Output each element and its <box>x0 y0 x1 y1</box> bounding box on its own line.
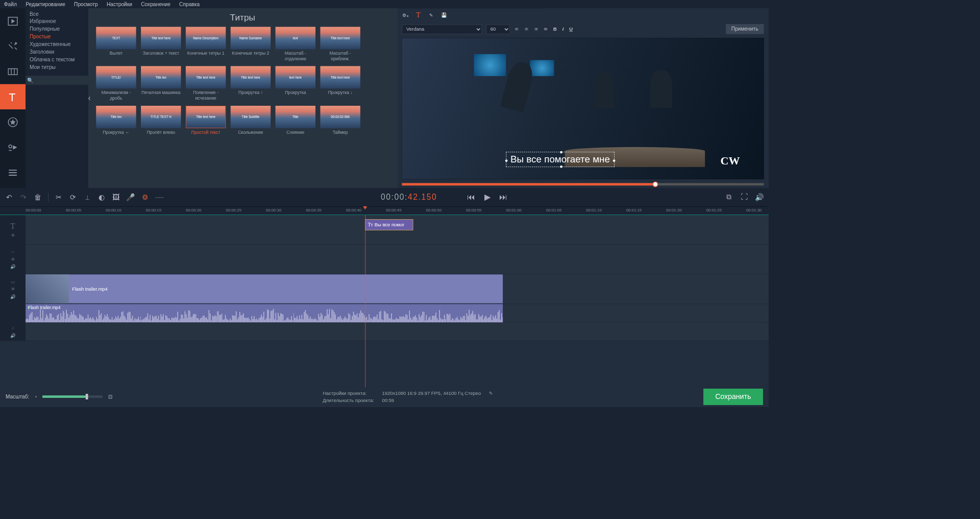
title-preset[interactable]: TITLE TEXT HПролёт влево <box>141 106 181 135</box>
menu-edit[interactable]: Редактирование <box>26 1 65 7</box>
video-track-body[interactable]: Flash trailer.mp4 <box>26 274 769 303</box>
volume-icon[interactable]: 🔊 <box>755 193 764 201</box>
clip-props-icon[interactable]: ⚙ₒ <box>402 12 409 18</box>
audio-clip[interactable]: ★ Flash trailer.mp4 <box>26 304 503 322</box>
chroma-icon[interactable]: 🖼 <box>112 193 120 201</box>
filters-tab[interactable] <box>0 34 26 59</box>
color-icon[interactable]: ✎ <box>428 12 435 18</box>
title-preset[interactable]: textМасштаб - отдаление <box>276 27 315 62</box>
prev-icon[interactable]: ⏮ <box>467 192 475 202</box>
proj-edit-icon[interactable]: ✎ <box>489 390 493 396</box>
title-track-body[interactable]: TтВы все помог <box>26 215 769 244</box>
category-Заголовки[interactable]: Заголовки <box>26 48 88 56</box>
audio-track-body[interactable] <box>26 322 769 340</box>
title-preset[interactable]: Title text hereМасштаб - приближ. <box>320 27 360 62</box>
font-family-select[interactable]: Verdana <box>402 24 482 34</box>
bold-button[interactable]: B <box>552 26 557 32</box>
titles-gallery: ‹ Титры TEXTВылетTitle text hereЗаголово… <box>88 8 397 187</box>
zoom-slider[interactable] <box>42 395 103 398</box>
mute-icon[interactable]: 🔊 <box>10 333 16 338</box>
overlay-track-body[interactable] <box>26 245 769 274</box>
video-clip[interactable]: Flash trailer.mp4 <box>26 274 503 303</box>
linked-audio-body[interactable]: ★ Flash trailer.mp4 <box>26 304 769 322</box>
play-icon[interactable]: ▶ <box>483 192 492 202</box>
title-preset[interactable]: Title SubtitleСкольжение <box>231 106 271 135</box>
title-preset[interactable]: Name SurnameКонечные титры 2 <box>231 27 271 62</box>
visibility-icon[interactable]: 👁 <box>11 233 15 238</box>
apply-button[interactable]: Применить <box>726 24 764 34</box>
title-clip[interactable]: TтВы все помог <box>365 219 413 230</box>
zoom-out-icon[interactable]: ▫ <box>35 394 37 400</box>
title-preset[interactable]: Title text hereПоявление - исчезание <box>186 66 226 101</box>
popout-icon[interactable]: ⧉ <box>725 193 733 201</box>
color-adjust-icon[interactable]: ◐ <box>97 193 106 201</box>
preview-progress[interactable] <box>402 183 764 185</box>
title-preset[interactable]: Title texПечатная машинка <box>141 66 181 101</box>
title-preset[interactable]: Title text hereПрокрутка ↑ <box>231 66 271 101</box>
stickers-tab[interactable] <box>0 109 26 134</box>
timeline: T👁 TтВы все помог ▫▫👁🔊 ▭👁🔊 Flash trailer… <box>0 215 769 387</box>
category-Художественные[interactable]: Художественные <box>26 40 88 48</box>
title-overlay[interactable]: Вы все помогаете мне <box>506 152 614 167</box>
title-preset[interactable]: text hereПрокрутка <box>276 66 315 101</box>
text-edit-icon[interactable]: T <box>415 11 422 19</box>
delete-icon[interactable]: 🗑 <box>34 193 42 201</box>
title-preset[interactable]: 00:00:02:986Таймер <box>320 106 360 135</box>
font-size-select[interactable]: 60 <box>486 24 510 34</box>
title-preset[interactable]: TitleСлияние <box>276 106 315 135</box>
menu-save[interactable]: Сохранение <box>141 1 170 7</box>
crop-icon[interactable]: ⟂ <box>83 193 91 201</box>
collapse-icon[interactable]: ‹ <box>88 93 91 103</box>
align-justify[interactable] <box>543 27 549 31</box>
category-Избранное[interactable]: Избранное <box>26 18 88 26</box>
title-preset[interactable]: Title texПрокрутка ← <box>96 106 136 135</box>
more-tab[interactable] <box>0 160 26 185</box>
undo-icon[interactable]: ↶ <box>5 193 13 201</box>
callouts-tab[interactable] <box>0 135 26 160</box>
next-icon[interactable]: ⏭ <box>499 192 507 202</box>
category-Все[interactable]: Все <box>26 10 88 18</box>
title-preset[interactable]: Name DescriptionКонечные титры 1 <box>186 27 226 62</box>
media-tab[interactable] <box>0 8 26 33</box>
category-Мои титры[interactable]: Мои титры <box>26 63 88 71</box>
title-preset[interactable]: TITLE/Минимализм - дробь <box>96 66 136 101</box>
zoom-fit-icon[interactable]: ⊡ <box>108 394 113 400</box>
cut-icon[interactable]: ✂ <box>54 193 63 201</box>
title-preset[interactable]: Title text hereЗаголовок + текст <box>141 27 181 62</box>
overlay-text[interactable]: Вы все помогаете мне <box>510 154 610 164</box>
menu-view[interactable]: Просмотр <box>74 1 98 7</box>
rotate-icon[interactable]: ⟳ <box>68 193 77 201</box>
title-track: T👁 TтВы все помог <box>0 215 769 245</box>
title-preset[interactable]: TEXTВылет <box>96 27 136 62</box>
category-panel: ВсеИзбранноеПопулярныеПростыеХудожествен… <box>26 8 88 187</box>
italic-button[interactable]: I <box>561 26 565 32</box>
align-left[interactable] <box>514 27 520 31</box>
fullscreen-icon[interactable]: ⛶ <box>740 193 748 201</box>
transitions-tab[interactable] <box>0 59 26 84</box>
titles-tab[interactable]: T <box>0 84 26 109</box>
category-Простые[interactable]: Простые <box>26 33 88 40</box>
title-preset[interactable]: Title text hereПрокрутка ↓ <box>320 66 360 101</box>
mute-icon[interactable]: 🔊 <box>10 265 16 270</box>
menu-settings[interactable]: Настройки <box>107 1 132 7</box>
save-preset-icon[interactable]: 💾 <box>440 12 448 18</box>
equalizer-icon[interactable]: ⎼⎼ <box>155 193 164 201</box>
redo-icon[interactable]: ↷ <box>19 193 28 201</box>
title-preset[interactable]: Title text hereПростой текст <box>186 106 226 135</box>
playhead[interactable] <box>365 215 365 387</box>
menu-help[interactable]: Справка <box>179 1 200 7</box>
video-preview[interactable]: Вы все помогаете мне CW <box>402 38 764 179</box>
visibility-icon[interactable]: 👁 <box>11 287 15 292</box>
menu-file[interactable]: Файл <box>4 1 17 7</box>
mute-icon[interactable]: 🔊 <box>10 294 16 299</box>
category-Популярные[interactable]: Популярные <box>26 25 88 33</box>
save-button[interactable]: Сохранить <box>703 388 763 405</box>
record-audio-icon[interactable]: 🎤 <box>126 193 135 201</box>
timeline-ruler[interactable]: 00:00:0000:00:0500:00:1000:00:1500:00:20… <box>0 206 769 215</box>
category-Облачка с текстом[interactable]: Облачка с текстом <box>26 56 88 63</box>
clip-settings-icon[interactable]: ⚙ <box>140 193 149 201</box>
align-right[interactable] <box>533 27 539 31</box>
align-center[interactable] <box>524 27 529 31</box>
visibility-icon[interactable]: 👁 <box>11 257 15 262</box>
underline-button[interactable]: U <box>569 26 574 32</box>
